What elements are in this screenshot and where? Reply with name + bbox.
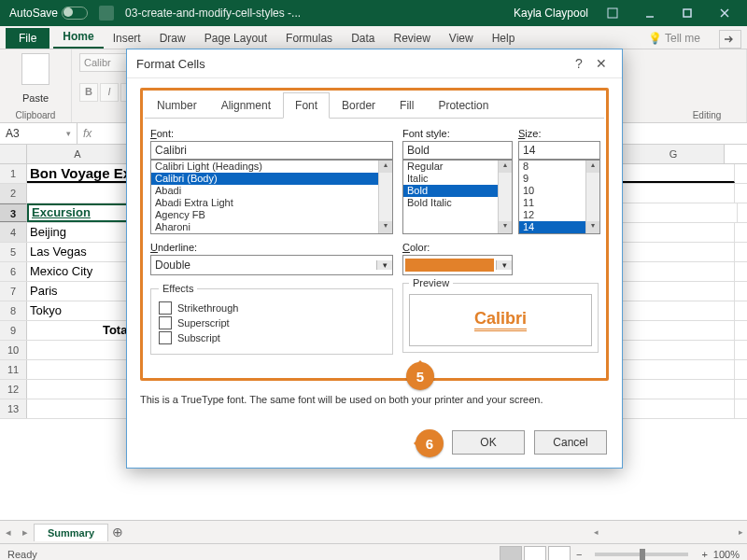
dtab-number[interactable]: Number <box>145 92 209 119</box>
format-cells-dialog: Format Cells ? ✕ Number Alignment Font B… <box>126 49 623 469</box>
underline-combo[interactable]: Double▾ <box>150 255 393 275</box>
dtab-fill[interactable]: Fill <box>388 92 426 119</box>
dialog-tabs: Number Alignment Font Border Fill Protec… <box>145 92 604 119</box>
superscript-checkbox[interactable]: Superscript <box>159 316 385 329</box>
color-combo[interactable]: ▾ <box>402 255 513 275</box>
callout-6: 6 <box>416 429 444 457</box>
dialog-close-icon[interactable]: ✕ <box>590 56 613 71</box>
underline-label: Underline: <box>150 242 393 253</box>
effects-group: Effects Strikethrough Superscript Subscr… <box>150 283 393 355</box>
color-label: Color: <box>402 242 513 253</box>
tutorial-highlight: Number Alignment Font Border Fill Protec… <box>140 88 609 381</box>
preview-group: Preview Calibri <box>402 277 599 353</box>
preview-text: Calibri <box>474 309 527 331</box>
font-input[interactable]: Calibri <box>150 141 393 160</box>
font-style-input[interactable]: Bold <box>402 141 513 160</box>
strikethrough-checkbox[interactable]: Strikethrough <box>159 301 385 315</box>
font-style-listbox[interactable]: Regular Italic Bold Bold Italic ▴▾ <box>402 160 513 234</box>
font-style-label: Font style: <box>402 128 513 139</box>
dtab-border[interactable]: Border <box>330 92 388 119</box>
ok-button[interactable]: OK <box>452 430 525 455</box>
size-input[interactable]: 14 <box>518 141 600 160</box>
font-listbox[interactable]: Calibri Light (Headings) Calibri (Body) … <box>150 160 393 234</box>
font-label: Font: <box>150 128 393 139</box>
size-listbox[interactable]: 8 9 10 11 12 14 ▴▾ <box>518 160 600 234</box>
dtab-protection[interactable]: Protection <box>426 92 500 119</box>
dialog-help-icon[interactable]: ? <box>568 56 590 71</box>
dtab-alignment[interactable]: Alignment <box>209 92 283 119</box>
font-hint: This is a TrueType font. The same font w… <box>140 394 609 405</box>
color-swatch <box>405 259 494 272</box>
dialog-title: Format Cells <box>136 57 205 71</box>
dtab-font[interactable]: Font <box>283 92 330 119</box>
size-label: Size: <box>518 128 600 139</box>
cancel-button[interactable]: Cancel <box>534 430 607 455</box>
subscript-checkbox[interactable]: Subscript <box>159 331 385 344</box>
callout-5: 5 <box>406 362 434 390</box>
